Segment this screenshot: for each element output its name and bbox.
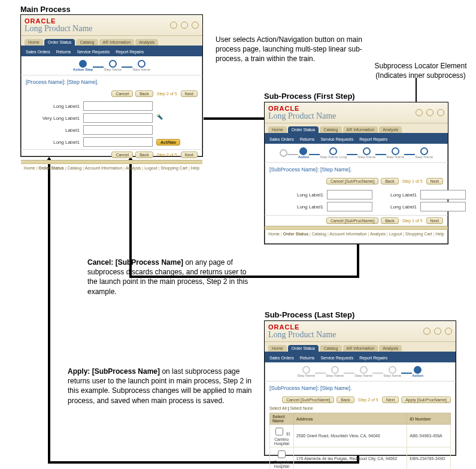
field-label: Label1: [26, 128, 80, 133]
arrow-sub-apply-v2: [48, 163, 50, 464]
text-input[interactable]: [327, 202, 372, 211]
sub-first-footerlinks: Home | Order Status | Catalog | Account …: [265, 230, 448, 238]
text-input[interactable]: [327, 190, 372, 199]
locator-line1: Subprocess Locator Element: [374, 62, 466, 70]
sub-first-form: Long Label1 Long Label1 Long Label1 Long…: [265, 186, 448, 215]
train-node: Step Name: [104, 60, 122, 71]
table-row: El Camino Hospital2500 Grant Road, Mount…: [269, 425, 450, 447]
sub-first-train: Action Step Name Long Step Name Step Nam…: [265, 144, 448, 163]
bluebar-item[interactable]: Service Requests: [77, 50, 110, 54]
main-process-window: ORACLE Long Product Name Home Order Stat…: [20, 14, 203, 157]
caption-apply: Apply: [SubProcess Name] on last subproc…: [68, 367, 256, 406]
caption-top-right: User selects Action/Navigation button on…: [216, 35, 371, 64]
main-btnrow-bottom: Cancel Back Step 2 of 5 Next: [21, 149, 202, 160]
caption-locator: Subprocess Locator Element (Indicates in…: [371, 61, 470, 80]
select-all-link[interactable]: Select All: [269, 406, 287, 410]
arrow-sub-cancel-v: [357, 244, 359, 277]
step-indicator: Step 1 of 5: [401, 219, 424, 223]
table-row: Sequoia Hospital170 Alameda de las Pulga…: [269, 447, 450, 470]
flashlight-icon[interactable]: 🔦: [156, 114, 165, 122]
main-tabrow: Home Order Status Catalog AR Information…: [21, 36, 202, 47]
main-header-links: [170, 22, 199, 29]
main-crumb: [Process Name]: [Step Name].: [21, 75, 202, 89]
tab-ar-info[interactable]: AR Information: [99, 39, 135, 46]
main-train: Action Step Step Name Step Name: [21, 56, 202, 75]
main-form: Long Label1 Very Long Label1🔦 Label1 Lon…: [21, 99, 202, 149]
tab-analysis[interactable]: Analysis: [135, 39, 158, 46]
cancel-subproc-button[interactable]: Cancel [SubProcName]: [282, 397, 334, 403]
next-button[interactable]: Next: [181, 152, 198, 158]
brand-text: ORACLE: [25, 18, 93, 25]
cart-icon[interactable]: [426, 109, 433, 116]
next-button[interactable]: Next: [382, 397, 399, 403]
main-btnrow-top: Cancel Back Step 2 of 5 Next: [21, 89, 202, 99]
sub-first-window: ORACLELong Product Name Home Order Statu…: [264, 102, 448, 244]
arrow-sub-cancel-h: [129, 276, 359, 278]
sub-last-window: ORACLELong Product Name Home Order Statu…: [264, 320, 456, 456]
bluebar-item[interactable]: Report Repairs: [116, 50, 144, 54]
tab-catalog[interactable]: Catalog: [76, 39, 98, 46]
cart-icon[interactable]: [434, 328, 441, 335]
actnav-button[interactable]: Act/Nav: [156, 139, 180, 146]
step-indicator: Step 2 of 5: [156, 153, 178, 157]
step-indicator: Step 1 of 5: [401, 179, 424, 183]
help-icon[interactable]: [445, 328, 452, 335]
next-button[interactable]: Next: [181, 90, 198, 97]
back-button[interactable]: Back: [381, 178, 399, 184]
section-title-sub-first: Sub-Process (First Step): [264, 92, 355, 101]
text-input[interactable]: [83, 137, 153, 147]
text-input[interactable]: [83, 125, 153, 135]
footerbar: [21, 160, 202, 164]
main-header: ORACLE Long Product Name: [21, 15, 202, 36]
field-label: Long Label1: [26, 104, 80, 109]
tab-home[interactable]: Home: [25, 39, 43, 46]
train-node: Action Step: [73, 60, 93, 71]
step-indicator: Step 2 of 5: [357, 398, 380, 402]
table-header-row: Select Name Address ID Number: [269, 413, 450, 425]
select-bar: Select All | Select None: [265, 405, 456, 411]
text-input[interactable]: [83, 101, 153, 111]
row-checkbox[interactable]: [275, 428, 283, 435]
arrow-sub-cancel-v2: [129, 163, 132, 278]
arrow-main-to-sub: [204, 117, 268, 120]
next-button[interactable]: Next: [426, 217, 443, 224]
sub-last-train: Step Name Step Name Step Name Step Name …: [265, 362, 456, 382]
logout-icon[interactable]: [416, 109, 423, 116]
help-icon[interactable]: [437, 109, 444, 116]
section-title-main: Main Process: [20, 5, 71, 14]
sub-first-header: ORACLELong Product Name: [265, 102, 448, 123]
back-button[interactable]: Back: [135, 90, 153, 97]
back-button[interactable]: Back: [135, 152, 153, 158]
logout-icon[interactable]: [170, 22, 177, 29]
cancel-subproc-button[interactable]: Cancel [SubProcName]: [326, 217, 378, 224]
cancel-button[interactable]: Cancel: [111, 152, 133, 158]
field-label: Long Label1: [26, 140, 80, 145]
sub-last-crumb: [SubProcess Name]: [Step Name].: [265, 382, 456, 395]
tab-order-status[interactable]: Order Status: [44, 39, 75, 46]
help-icon[interactable]: [192, 22, 199, 29]
back-button[interactable]: Back: [381, 217, 399, 224]
main-bluebar: Sales Orders Returns Service Requests Re…: [21, 47, 202, 56]
logout-icon[interactable]: [423, 328, 430, 335]
train-node: Step Name: [132, 60, 150, 71]
select-none-link[interactable]: Select None: [290, 406, 313, 410]
section-title-sub-last: Sub-Process (Last Step): [265, 310, 354, 319]
text-input[interactable]: [420, 202, 466, 211]
cancel-subproc-button[interactable]: Cancel [SubProcName]: [326, 178, 378, 184]
bluebar-item[interactable]: Sales Orders: [26, 50, 50, 54]
sub-last-btnrow-top: Cancel [SubProcName] Back Step 2 of 5 Ne…: [265, 395, 456, 405]
sub-first-btnrow-bottom: Cancel [SubProcName] Back Step 1 of 5 Ne…: [265, 215, 448, 226]
cart-icon[interactable]: [181, 22, 188, 29]
back-button[interactable]: Back: [336, 397, 354, 403]
cancel-lead: Cancel: [SubProcess Name]: [87, 258, 183, 267]
apply-subproc-button[interactable]: Apply [SubProcName]: [401, 397, 451, 403]
bluebar-item[interactable]: Returns: [56, 50, 71, 54]
row-checkbox[interactable]: [278, 450, 286, 458]
text-input[interactable]: [83, 113, 153, 123]
text-input[interactable]: [420, 190, 466, 199]
step-indicator: Step 2 of 5: [156, 92, 178, 96]
next-button[interactable]: Next: [426, 178, 443, 184]
cancel-button[interactable]: Cancel: [111, 90, 133, 97]
locator-line2: (Indicates inner subprocess): [375, 71, 466, 80]
results-table: Select Name Address ID Number El Camino …: [269, 413, 451, 469]
